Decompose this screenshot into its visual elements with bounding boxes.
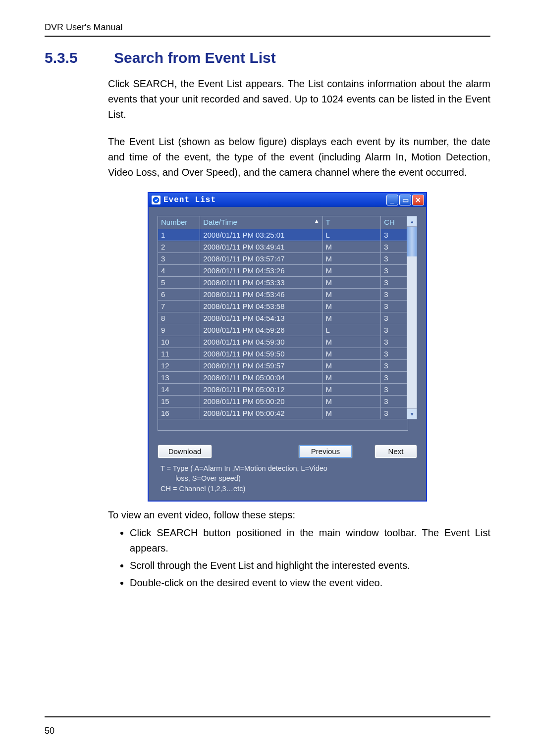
table-cell: 10: [158, 336, 200, 348]
table-cell: 3: [158, 253, 200, 265]
table-cell: M: [322, 301, 381, 312]
table-row[interactable]: 62008/01/11 PM 04:53:46M3: [158, 289, 407, 301]
table-row[interactable]: 32008/01/11 PM 03:57:47M3: [158, 253, 407, 265]
table-cell: 3: [381, 396, 407, 407]
table-cell: M: [322, 241, 381, 253]
table-cell: 2008/01/11 PM 03:25:01: [200, 229, 322, 241]
col-header-type[interactable]: T: [322, 216, 381, 229]
section-number: 5.3.5: [45, 50, 114, 66]
table-cell: M: [322, 336, 381, 348]
scroll-down-button[interactable]: ▾: [407, 408, 417, 419]
table-cell: M: [322, 384, 381, 396]
table-cell: 8: [158, 312, 200, 324]
col-header-datetime[interactable]: Date/Time▲: [200, 216, 322, 229]
table-header-row: Number Date/Time▲ T CH: [158, 216, 407, 229]
table-cell: 15: [158, 396, 200, 407]
table-row[interactable]: 52008/01/11 PM 04:53:33M3: [158, 277, 407, 289]
table-cell: 3: [381, 253, 407, 265]
table-cell: 9: [158, 324, 200, 336]
table-row[interactable]: 42008/01/11 PM 04:53:26M3: [158, 265, 407, 277]
legend-type-line: T = Type ( A=Alarm In ,M=Motion detectio…: [160, 464, 327, 472]
table-row[interactable]: 72008/01/11 PM 04:53:58M3: [158, 301, 407, 312]
table-cell: 3: [381, 384, 407, 396]
step-item: Scroll through the Event List and highli…: [130, 558, 490, 573]
table-cell: 7: [158, 301, 200, 312]
table-cell: 2008/01/11 PM 04:59:30: [200, 336, 322, 348]
svg-point-0: [153, 197, 159, 203]
table-row[interactable]: 112008/01/11 PM 04:59:50M3: [158, 348, 407, 360]
table-row[interactable]: 102008/01/11 PM 04:59:30M3: [158, 336, 407, 348]
table-cell: 2008/01/11 PM 04:53:33: [200, 277, 322, 289]
table-cell: 2008/01/11 PM 04:59:26: [200, 324, 322, 336]
minimize-button[interactable]: _: [386, 195, 398, 205]
app-icon: [152, 196, 160, 204]
paragraph-2: The Event List (shown as below figure) d…: [108, 134, 490, 180]
table-cell: 3: [381, 301, 407, 312]
table-cell: M: [322, 289, 381, 301]
download-button[interactable]: Download: [158, 445, 212, 458]
table-row[interactable]: 132008/01/11 PM 05:00:04M3: [158, 372, 407, 384]
table-cell: 3: [381, 312, 407, 324]
vertical-scrollbar[interactable]: ▴ ▾: [407, 216, 417, 419]
table-cell: 13: [158, 372, 200, 384]
table-cell: 2008/01/11 PM 03:57:47: [200, 253, 322, 265]
table-cell: 3: [381, 265, 407, 277]
table-cell: 16: [158, 407, 200, 419]
table-row[interactable]: 22008/01/11 PM 03:49:41M3: [158, 241, 407, 253]
close-button[interactable]: ✕: [412, 195, 424, 205]
table-row[interactable]: 152008/01/11 PM 05:00:20M3: [158, 396, 407, 407]
table-cell: 14: [158, 384, 200, 396]
table-cell: M: [322, 407, 381, 419]
col-header-number[interactable]: Number: [158, 216, 200, 229]
table-cell: M: [322, 360, 381, 372]
post-figure-intro: To view an event video, follow these ste…: [108, 507, 490, 522]
table-cell: 1: [158, 229, 200, 241]
table-row[interactable]: 12008/01/11 PM 03:25:01L3: [158, 229, 407, 241]
table-cell: M: [322, 265, 381, 277]
sort-asc-icon: ▲: [314, 218, 320, 224]
section-title: Search from Event List: [114, 50, 276, 66]
table-cell: M: [322, 277, 381, 289]
header-rule: [45, 36, 490, 37]
titlebar[interactable]: Event List _ ▭ ✕: [149, 193, 426, 207]
col-header-channel[interactable]: CH: [381, 216, 407, 229]
scroll-up-button[interactable]: ▴: [407, 216, 417, 227]
table-cell: M: [322, 253, 381, 265]
table-cell: 2: [158, 241, 200, 253]
table-footer-gap: [158, 419, 408, 431]
scroll-track[interactable]: [407, 257, 417, 408]
table-cell: 6: [158, 289, 200, 301]
maximize-button[interactable]: ▭: [399, 195, 411, 205]
table-cell: 2008/01/11 PM 05:00:20: [200, 396, 322, 407]
scroll-thumb[interactable]: [407, 227, 417, 256]
table-cell: 3: [381, 348, 407, 360]
step-item: Double-click on the desired event to vie…: [130, 575, 490, 591]
table-row[interactable]: 122008/01/11 PM 04:59:57M3: [158, 360, 407, 372]
table-cell: M: [322, 348, 381, 360]
table-scroll-wrap: Number Date/Time▲ T CH 12008/01/11 PM 03…: [158, 216, 417, 419]
table-cell: 2008/01/11 PM 05:00:04: [200, 372, 322, 384]
table-cell: 2008/01/11 PM 04:59:57: [200, 360, 322, 372]
table-row[interactable]: 162008/01/11 PM 05:00:42M3: [158, 407, 407, 419]
page-header: DVR User's Manual: [45, 22, 490, 33]
footer-rule: [45, 716, 490, 717]
window-controls: _ ▭ ✕: [386, 195, 424, 205]
table-row[interactable]: 82008/01/11 PM 04:54:13M3: [158, 312, 407, 324]
next-button[interactable]: Next: [374, 445, 417, 458]
table-row[interactable]: 142008/01/11 PM 05:00:12M3: [158, 384, 407, 396]
table-cell: 3: [381, 372, 407, 384]
event-list-window-figure: Event List _ ▭ ✕ Number: [148, 192, 490, 502]
legend-text: T = Type ( A=Alarm In ,M=Motion detectio…: [158, 463, 417, 494]
table-cell: M: [322, 312, 381, 324]
previous-button[interactable]: Previous: [298, 445, 353, 458]
table-cell: 2008/01/11 PM 03:49:41: [200, 241, 322, 253]
event-table[interactable]: Number Date/Time▲ T CH 12008/01/11 PM 03…: [158, 216, 407, 419]
table-cell: 3: [381, 289, 407, 301]
table-cell: 2008/01/11 PM 04:59:50: [200, 348, 322, 360]
step-item: Click SEARCH button positioned in the ma…: [130, 525, 490, 556]
table-row[interactable]: 92008/01/11 PM 04:59:26L3: [158, 324, 407, 336]
table-cell: 3: [381, 229, 407, 241]
paragraph-1: Click SEARCH, the Event List appears. Th…: [108, 76, 490, 122]
table-cell: 3: [381, 360, 407, 372]
table-cell: L: [322, 324, 381, 336]
